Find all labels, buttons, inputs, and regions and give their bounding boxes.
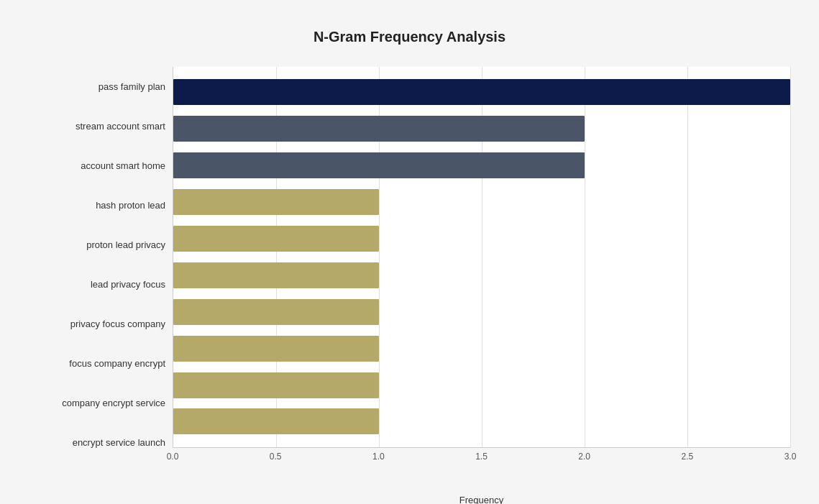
y-axis-label: lead privacy focus [91,267,165,303]
chart-title: N-Gram Frequency Analysis [29,29,790,45]
bar [173,226,379,252]
bar [173,372,379,398]
bar [173,408,379,434]
y-axis-label: encrypt service launch [73,425,165,461]
y-axis-label: company encrypt service [62,385,165,421]
bar-row [173,333,790,365]
bar-row [173,260,790,291]
bar-row [173,223,790,255]
chart-container: N-Gram Frequency Analysis pass family pl… [14,14,805,504]
x-tick-label: 2.5 [681,452,693,462]
bar-row [173,296,790,328]
bar [173,116,585,142]
bars-area [173,67,790,448]
x-tick-label: 2.0 [578,452,590,462]
bar-row [173,406,790,437]
bar [173,336,379,362]
y-axis-label: hash proton lead [96,188,165,224]
y-axis-labels: pass family planstream account smartacco… [29,67,173,484]
bar-row [173,76,790,108]
bar [173,79,790,105]
bar-row [173,186,790,218]
y-axis-label: focus company encrypt [69,346,165,382]
chart-area: pass family planstream account smartacco… [29,67,790,484]
x-tick-label: 1.0 [372,452,385,462]
bar [173,152,585,178]
y-axis-label: pass family plan [99,69,165,105]
bars-wrapper [173,67,790,447]
bar [173,299,379,325]
x-tick-label: 0.0 [167,452,179,462]
x-tick-label: 3.0 [784,452,797,462]
y-axis-label: privacy focus company [70,306,165,342]
x-tick-label: 1.5 [475,452,488,462]
bar [173,262,379,288]
x-axis-label: Frequency [173,495,790,504]
bar-row [173,150,790,181]
x-tick-label: 0.5 [270,452,282,462]
x-axis: Frequency 0.00.51.01.52.02.53.0 [173,448,790,484]
bars-and-x: Frequency 0.00.51.01.52.02.53.0 [173,67,790,484]
bar-row [173,370,790,401]
y-axis-label: stream account smart [76,109,165,145]
y-axis-label: account smart home [81,148,165,184]
bar [173,189,379,215]
bar-row [173,113,790,145]
grid-line [790,67,791,447]
y-axis-label: proton lead privacy [86,227,165,263]
